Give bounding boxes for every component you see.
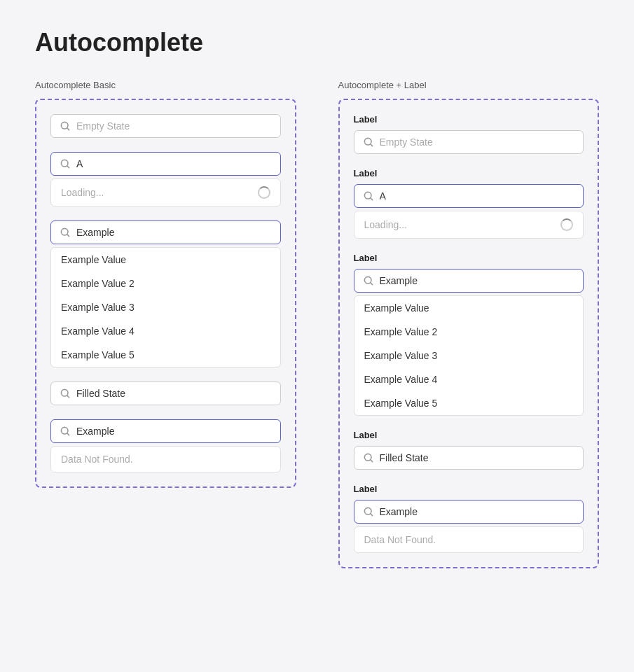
- list-item[interactable]: Example Value 3: [354, 344, 584, 368]
- label-filled-group: Label: [354, 430, 584, 470]
- svg-line-1: [67, 128, 69, 130]
- list-item[interactable]: Example Value 4: [51, 319, 280, 343]
- search-icon: [60, 388, 71, 399]
- basic-dropdown-list: Example Value Example Value 2 Example Va…: [50, 247, 281, 368]
- svg-line-15: [370, 283, 372, 285]
- basic-dashed-box: Loading... Example Value Example Value 2…: [35, 99, 296, 488]
- svg-line-5: [67, 234, 69, 237]
- loading-text: Loading...: [364, 219, 408, 230]
- label-empty-input-wrapper: [354, 130, 584, 154]
- basic-filled-group: [50, 382, 281, 405]
- loading-spinner: [258, 186, 270, 199]
- svg-line-7: [67, 396, 69, 398]
- search-icon: [363, 136, 374, 148]
- list-item[interactable]: Example Value: [51, 248, 280, 272]
- basic-notfound-group: Data Not Found.: [50, 419, 281, 472]
- label-section-label: Autocomplete + Label: [338, 80, 600, 90]
- list-item[interactable]: Example Value 5: [354, 391, 584, 415]
- label-loading-dropdown: Loading...: [354, 211, 584, 239]
- label-notfound-input-wrapper: [354, 500, 584, 524]
- search-icon: [363, 506, 374, 517]
- search-icon: [60, 227, 71, 238]
- group-label: Label: [354, 484, 584, 494]
- search-icon: [60, 120, 71, 132]
- basic-dropdown-group: Example Value Example Value 2 Example Va…: [50, 220, 281, 368]
- list-item[interactable]: Example Value 2: [51, 272, 280, 295]
- basic-loading-group: Loading...: [50, 152, 281, 206]
- label-notfound-group: Label Data Not Found.: [354, 484, 584, 553]
- group-label: Label: [354, 114, 584, 125]
- basic-loading-dropdown: Loading...: [50, 178, 281, 206]
- label-dashed-box: Label Label: [338, 99, 600, 568]
- label-section: Autocomplete + Label Label Label: [338, 80, 600, 568]
- basic-dropdown-input[interactable]: [76, 227, 272, 238]
- list-item[interactable]: Example Value 3: [51, 295, 280, 319]
- basic-empty-group: [50, 114, 281, 138]
- svg-line-9: [67, 433, 69, 435]
- basic-empty-input[interactable]: [76, 120, 272, 132]
- loading-spinner: [560, 218, 573, 231]
- svg-line-11: [370, 144, 372, 146]
- basic-section: Autocomplete Basic: [35, 80, 296, 488]
- basic-dropdown-input-wrapper: [50, 220, 281, 244]
- svg-line-19: [370, 514, 372, 516]
- group-label: Label: [354, 430, 584, 440]
- sections-row: Autocomplete Basic: [35, 80, 599, 568]
- loading-text: Loading...: [61, 187, 104, 198]
- list-item[interactable]: Example Value 2: [354, 320, 584, 344]
- basic-empty-input-wrapper: [50, 114, 281, 138]
- basic-notfound-input-wrapper: [50, 419, 281, 443]
- label-filled-input-wrapper: [354, 446, 584, 470]
- search-icon: [363, 190, 374, 202]
- label-notfound-input[interactable]: [380, 506, 575, 517]
- label-loading-input-wrapper: [354, 184, 584, 208]
- svg-line-17: [370, 460, 372, 462]
- label-dropdown-group: Label Example Value Example Value 2 Exam…: [354, 253, 584, 416]
- label-loading-input[interactable]: [380, 190, 575, 202]
- basic-filled-input[interactable]: [76, 388, 272, 399]
- label-dropdown-input-wrapper: [354, 269, 584, 293]
- label-empty-input[interactable]: [380, 136, 575, 148]
- basic-loading-input-wrapper: [50, 152, 281, 176]
- basic-filled-input-wrapper: [50, 382, 281, 405]
- label-dropdown-list: Example Value Example Value 2 Example Va…: [354, 295, 584, 416]
- basic-loading-input[interactable]: [76, 158, 272, 169]
- basic-not-found-box: Data Not Found.: [50, 446, 281, 472]
- list-item[interactable]: Example Value 4: [354, 368, 584, 391]
- search-icon: [363, 275, 374, 286]
- svg-line-3: [67, 166, 69, 168]
- search-icon: [60, 158, 71, 169]
- svg-line-13: [370, 198, 372, 200]
- list-item[interactable]: Example Value 5: [51, 343, 280, 367]
- group-label: Label: [354, 253, 584, 263]
- label-loading-group: Label Loading...: [354, 168, 584, 239]
- label-filled-input[interactable]: [380, 452, 575, 463]
- search-icon: [363, 452, 374, 463]
- list-item[interactable]: Example Value: [354, 296, 584, 320]
- search-icon: [60, 426, 71, 437]
- label-not-found-box: Data Not Found.: [354, 526, 584, 553]
- basic-section-label: Autocomplete Basic: [35, 80, 296, 90]
- page-title: Autocomplete: [35, 28, 599, 57]
- basic-notfound-input[interactable]: [76, 426, 272, 437]
- group-label: Label: [354, 168, 584, 178]
- label-dropdown-input[interactable]: [380, 275, 575, 286]
- label-empty-group: Label: [354, 114, 584, 154]
